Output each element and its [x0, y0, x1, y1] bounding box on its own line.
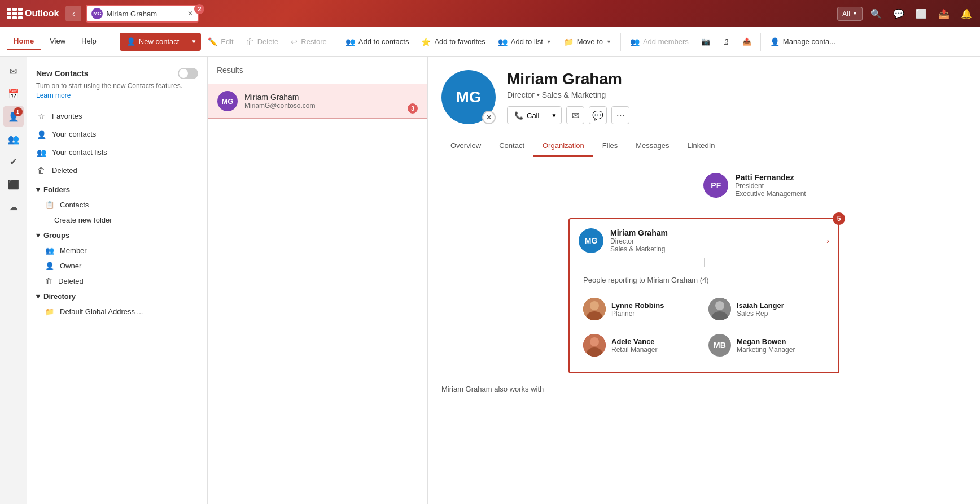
nav-item-your-contacts[interactable]: 👤 Your contacts — [27, 125, 207, 144]
contact-avatar-close-btn[interactable]: ✕ — [482, 111, 496, 124]
restore-button[interactable]: ↩ Restore — [285, 33, 333, 51]
directory-group[interactable]: ▾ Directory — [27, 289, 207, 304]
tab-overview[interactable]: Overview — [441, 136, 490, 157]
nav-item-favorites[interactable]: ☆ Favorites — [27, 107, 207, 125]
report-card-adele[interactable]: Adele Vance Retail Manager — [583, 332, 699, 359]
people-icon-btn[interactable]: 👥 — [3, 129, 24, 149]
teams-icon-btn[interactable]: ⬜ — [912, 5, 930, 23]
ribbon-nav-view[interactable]: View — [43, 33, 72, 50]
contact-avatar: MG ✕ — [441, 70, 496, 124]
groups-group[interactable]: ▾ Groups — [27, 228, 207, 243]
main-layout: ✉ 📅 👤 1 👥 ✔ ⬛ ☁ New Contacts Turn on to … — [0, 57, 980, 504]
org-current-card: MG Miriam Graham Director Sales & Market… — [579, 228, 829, 253]
search-icon-btn[interactable]: 🔍 — [867, 5, 885, 23]
add-to-favorites-button[interactable]: ⭐ Add to favorites — [415, 33, 491, 51]
org-badge-5: 5 — [833, 212, 845, 225]
tab-organization[interactable]: Organization — [533, 136, 593, 157]
groups-deleted-label: Deleted — [58, 277, 84, 285]
ribbon-divider-4 — [760, 33, 761, 51]
edit-button[interactable]: ✏️ Edit — [202, 33, 239, 51]
manage-contacts-button[interactable]: 👤 Manage conta... — [764, 33, 841, 51]
nav-create-folder[interactable]: Create new folder — [27, 212, 207, 228]
ribbon-nav-help[interactable]: Help — [75, 33, 103, 50]
member-icon: 👥 — [45, 246, 54, 255]
new-contact-dropdown-arrow[interactable]: ▼ — [186, 33, 201, 51]
tasks-icon-btn[interactable]: ✔ — [3, 151, 24, 172]
add-members-button[interactable]: 👥 Add members — [624, 33, 694, 51]
call-button[interactable]: 📞 Call ▼ — [507, 106, 562, 124]
grid-icon-btn[interactable]: ⬛ — [3, 174, 24, 194]
contact-name: Miriam Graham — [507, 70, 966, 88]
add-to-contacts-button[interactable]: 👥 Add to contacts — [340, 33, 415, 51]
result-info-miriam: Miriam Graham MiriamG@contoso.com — [244, 93, 418, 110]
chat-icon-btn[interactable]: 💬 — [890, 5, 908, 23]
move-dropdown-arrow: ▼ — [606, 39, 611, 45]
call-main[interactable]: 📞 Call — [508, 111, 546, 120]
search-tab[interactable]: MG Miriam Graham ✕ — [86, 5, 199, 23]
result-item-miriam[interactable]: MG Miriam Graham MiriamG@contoso.com 3 — [208, 84, 427, 119]
more-actions-btn[interactable]: ··· — [611, 106, 629, 124]
ribbon-divider-3 — [620, 33, 621, 51]
deleted-nav-icon: 🗑 — [36, 166, 46, 175]
mail-action-btn[interactable]: ✉ — [566, 106, 584, 124]
directory-group-label: Directory — [43, 292, 76, 301]
folders-group[interactable]: ▾ Folders — [27, 182, 207, 197]
nav-sub-item-owner[interactable]: 👤 Owner — [27, 258, 207, 273]
print-button[interactable]: 🖨 — [717, 33, 736, 51]
new-contact-main[interactable]: 👤 New contact — [120, 37, 186, 46]
nav-sub-item-member[interactable]: 👥 Member — [27, 243, 207, 258]
waffle-icon[interactable] — [5, 6, 20, 21]
contacts-badge: 1 — [14, 107, 23, 116]
nav-sub-item-contacts[interactable]: 📋 Contacts — [27, 197, 207, 212]
report-card-isaiah[interactable]: Isaiah Langer Sales Rep — [708, 296, 825, 323]
ribbon-nav-home[interactable]: Home — [7, 33, 41, 50]
new-contacts-header: New Contacts — [27, 63, 207, 81]
manager-card: PF Patti Fernandez President Executive M… — [703, 168, 806, 202]
middle-panel: Results MG Miriam Graham MiriamG@contoso… — [208, 57, 428, 504]
search-filter[interactable]: All ▼ — [837, 7, 863, 21]
bell-icon-btn[interactable]: 🔔 — [957, 5, 975, 23]
new-contact-button[interactable]: 👤 New contact ▼ — [120, 33, 201, 51]
learn-more-link[interactable]: Learn more — [36, 92, 71, 99]
contact-tabs: Overview Contact Organization Files Mess… — [441, 136, 966, 157]
add-favorites-label: Add to favorites — [434, 37, 485, 46]
groups-group-label: Groups — [43, 231, 69, 240]
restore-icon: ↩ — [291, 37, 298, 46]
groups-deleted-icon: 🗑 — [45, 277, 53, 285]
report-name-lynne: Lynne Robbins — [611, 301, 664, 310]
cloud-icon-btn[interactable]: ☁ — [3, 197, 24, 217]
chat-action-btn[interactable]: 💬 — [589, 106, 607, 124]
tab-files[interactable]: Files — [593, 136, 627, 157]
nav-sub-item-groups-deleted[interactable]: 🗑 Deleted — [27, 273, 207, 289]
mail-icon-btn[interactable]: ✉ — [3, 61, 24, 81]
tab-linkedin[interactable]: LinkedIn — [678, 136, 724, 157]
report-card-megan[interactable]: MB Megan Bowen Marketing Manager — [708, 332, 825, 359]
result-name-miriam: Miriam Graham — [244, 93, 418, 102]
move-to-button[interactable]: 📁 Move to ▼ — [558, 33, 617, 51]
report-photo-isaiah — [708, 298, 731, 320]
call-dropdown-arrow[interactable]: ▼ — [546, 107, 561, 124]
add-members-label: Add members — [643, 37, 689, 46]
nav-item-deleted[interactable]: 🗑 Deleted — [27, 162, 207, 180]
nav-sub-item-default-address[interactable]: 📁 Default Global Address ... — [27, 304, 207, 319]
add-to-list-button[interactable]: 👥 Add to list ▼ — [492, 33, 557, 51]
contacts-icon-btn[interactable]: 👤 1 — [3, 106, 24, 127]
org-self-role: Director — [610, 237, 668, 245]
new-contacts-toggle[interactable] — [178, 68, 198, 79]
edit-label: Edit — [221, 37, 233, 46]
tab-close-button[interactable]: ✕ — [187, 10, 193, 18]
camera-button[interactable]: 📷 — [695, 33, 716, 51]
delete-button[interactable]: 🗑 Delete — [240, 33, 285, 51]
sidebar-icons: ✉ 📅 👤 1 👥 ✔ ⬛ ☁ — [0, 57, 27, 504]
add-contacts-label: Add to contacts — [358, 37, 409, 46]
tab-contact[interactable]: Contact — [490, 136, 533, 157]
back-button[interactable]: ‹ — [65, 6, 81, 21]
new-contacts-title: New Contacts — [36, 69, 89, 78]
export-button[interactable]: 📤 — [737, 33, 757, 51]
tab-messages[interactable]: Messages — [627, 136, 678, 157]
ribbon: Home View Help 👤 New contact ▼ ✏️ Edit 🗑… — [0, 27, 980, 57]
nav-item-contact-lists[interactable]: 👥 Your contact lists — [27, 144, 207, 162]
report-card-lynne[interactable]: Lynne Robbins Planner — [583, 296, 699, 323]
calendar-icon-btn[interactable]: 📅 — [3, 84, 24, 104]
share-icon-btn[interactable]: 📤 — [935, 5, 953, 23]
